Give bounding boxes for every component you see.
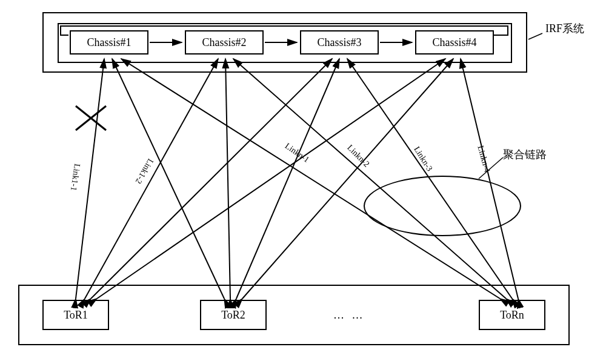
svg-line-1 xyxy=(76,106,106,130)
aggregated-link-ellipse xyxy=(364,176,521,236)
tor-ellipsis: … … xyxy=(333,309,365,322)
chassis-1-label: Chassis#1 xyxy=(87,36,131,49)
tor1-chassis4-line xyxy=(97,59,445,299)
tor1-chassis3-line xyxy=(91,59,332,299)
irf-system-label: IRF系统 xyxy=(545,21,584,36)
broken-link-x-icon xyxy=(76,106,106,130)
aggregated-link-label: 聚合链路 xyxy=(503,147,547,162)
tor2-chassis2-line xyxy=(225,59,230,299)
network-diagram: Chassis#1 Chassis#2 Chassis#3 Chassis#4 … xyxy=(0,0,606,364)
tor-n-label: ToRn xyxy=(500,309,524,322)
irf-label-leader xyxy=(528,33,542,39)
link1-2-label: Link1-2 xyxy=(133,157,155,185)
linkn-1-label: Linkn-1 xyxy=(283,141,311,165)
chassis-2-box: Chassis#2 xyxy=(185,30,264,55)
link1-1-label: Link1-1 xyxy=(68,163,82,191)
link1-2-line xyxy=(85,59,218,299)
tor-2-label: ToR2 xyxy=(221,309,245,322)
chassis-4-box: Chassis#4 xyxy=(415,30,494,55)
tor2-chassis1-line xyxy=(112,59,224,299)
chassis-4-label: Chassis#4 xyxy=(432,36,476,49)
chassis-3-box: Chassis#3 xyxy=(300,30,379,55)
linkn-3-label: Linkn-3 xyxy=(411,145,434,173)
tor2-chassis3-line xyxy=(236,59,339,299)
tor-1-box: ToR1 xyxy=(42,300,109,330)
link1-1-line xyxy=(76,59,104,299)
chassis-3-label: Chassis#3 xyxy=(317,36,361,49)
svg-line-0 xyxy=(76,106,106,130)
tor-2-box: ToR2 xyxy=(200,300,267,330)
linkn-2-label: Linkn-2 xyxy=(345,143,371,169)
tor-n-box: ToRn xyxy=(479,300,545,330)
chassis-1-box: Chassis#1 xyxy=(70,30,148,55)
tor-1-label: ToR1 xyxy=(64,309,88,322)
linkn-4-label: Linkn-4 xyxy=(475,145,491,174)
chassis-2-label: Chassis#2 xyxy=(202,36,246,49)
